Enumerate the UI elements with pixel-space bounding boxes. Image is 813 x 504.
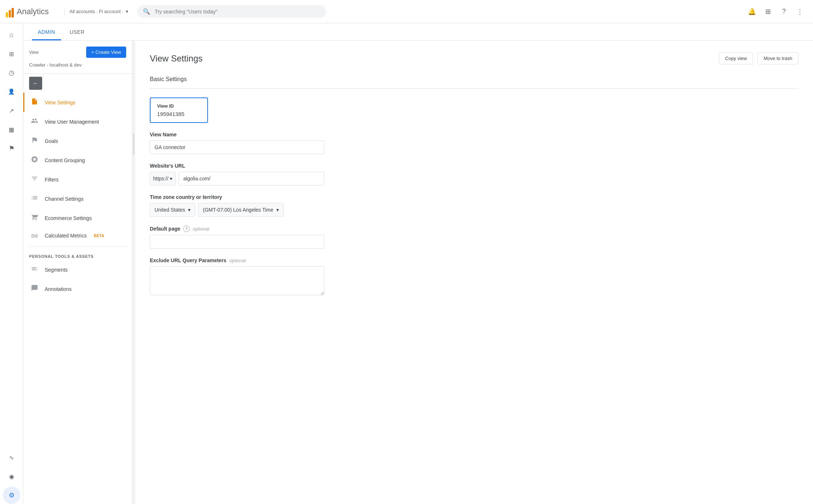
tab-user[interactable]: USER [64,23,91,40]
nav-reports[interactable]: ◷ [3,64,20,81]
personal-tools-title: PERSONAL TOOLS & ASSETS [23,250,132,260]
view-label: View [29,50,39,55]
timezone-selects: United States ▾ (GMT-07:00) Los Angeles … [150,203,798,217]
default-page-help-icon[interactable]: ? [183,225,190,232]
user-icon: 👤 [8,88,15,95]
logo-bar-1 [6,12,8,17]
move-to-trash-button[interactable]: Move to trash [757,52,798,64]
menu-label-channel-settings: Channel Settings [45,196,84,202]
nav-behavior[interactable]: ▦ [3,121,20,138]
channel-settings-icon [30,194,39,203]
current-view-name: Crawler - localhost & dev [23,62,132,73]
search-input[interactable] [155,9,320,15]
menu-label-segments: Segments [45,267,68,273]
left-nav: ⌂ ⊞ ◷ 👤 ↗ ▦ ⚑ ∿ ◉ ⚙ [0,23,23,504]
personal-tools-divider [29,247,126,247]
beta-badge: BETA [94,234,104,238]
search-bar[interactable]: 🔍 [137,5,326,18]
view-header: View + Create View [23,47,132,62]
behavior-icon: ▦ [9,126,14,133]
menu-item-annotations[interactable]: Annotations [23,279,132,299]
annotations-icon [30,284,39,293]
bolt-icon: ↗ [9,107,14,114]
menu-item-view-settings[interactable]: View Settings [23,93,132,112]
default-page-group: Default page ? optional [150,225,798,249]
account-info[interactable]: All accounts · Fl account · ▾ [69,9,128,14]
back-arrow-icon: ← [33,80,39,87]
timezone-label: Time zone country or territory [150,194,798,200]
exclude-params-textarea[interactable] [150,266,324,295]
back-button[interactable]: ← [29,77,42,90]
url-protocol-select[interactable]: https:// ▾ [150,172,176,185]
dashboard-icon: ⊞ [9,51,14,57]
logo-bar-2 [9,10,11,17]
logo-bar-3 [12,8,14,17]
segments-icon [30,265,39,274]
default-page-input[interactable] [150,235,324,249]
menu-item-segments[interactable]: Segments [23,260,132,279]
copy-view-button[interactable]: Copy view [719,52,753,64]
view-name-label: View Name [150,132,798,137]
filters-icon [30,175,39,184]
nav-audience[interactable]: 👤 [3,83,20,100]
view-divider [23,73,132,74]
notification-button[interactable]: 🔔 [745,4,759,19]
country-dropdown-icon: ▾ [188,207,191,213]
nav-custom[interactable]: ∿ [3,449,20,466]
column-divider [132,41,135,504]
view-settings-icon [30,98,39,107]
search-icon: 🔍 [143,8,150,15]
search-container: 🔍 [137,5,326,18]
bulb-icon: ◉ [9,473,14,480]
menu-item-goals[interactable]: Goals [23,131,132,151]
nav-acquisition[interactable]: ↗ [3,102,20,119]
header-divider [65,7,65,16]
view-id-card: View ID 195941385 [150,97,208,123]
more-button[interactable]: ⋮ [793,4,807,19]
menu-label-user-mgmt: View User Management [45,119,99,125]
home-icon: ⌂ [9,31,13,39]
nav-bulb[interactable]: ◉ [3,468,20,485]
timezone-select[interactable]: (GMT-07:00) Los Angeles Time ▾ [198,203,284,217]
admin-tabs: ADMIN USER [23,23,813,41]
help-button[interactable]: ? [777,4,791,19]
protocol-dropdown-icon: ▾ [170,176,172,181]
page-title: View Settings [150,53,203,64]
apps-button[interactable]: ⊞ [761,4,775,19]
menu-label-view-settings: View Settings [45,100,76,105]
view-id-label: View ID [157,103,201,109]
goals-icon [30,136,39,145]
content-header: View Settings Copy view Move to trash [150,52,798,64]
country-select[interactable]: United States ▾ [150,203,195,217]
clock-icon: ◷ [9,69,15,77]
menu-item-ecommerce[interactable]: Ecommerce Settings [23,208,132,228]
gear-icon: ⚙ [9,491,15,499]
exclude-params-optional: optional [229,258,246,263]
url-input-group: https:// ▾ [150,172,324,185]
flag-icon: ⚑ [9,144,15,152]
nav-admin[interactable]: ⚙ [3,487,20,504]
nav-dashboards[interactable]: ⊞ [3,45,20,63]
menu-label-filters: Filters [45,177,59,183]
app-body: ⌂ ⊞ ◷ 👤 ↗ ▦ ⚑ ∿ ◉ ⚙ [0,23,813,504]
ecommerce-icon [30,213,39,223]
create-view-button[interactable]: + Create View [86,47,126,58]
app-title: Analytics [17,7,49,16]
menu-label-calculated-metrics: Calculated Metrics [45,233,87,239]
menu-item-user-management[interactable]: View User Management [23,112,132,131]
menu-item-filters[interactable]: Filters [23,170,132,189]
view-name-input[interactable] [150,140,324,154]
tab-admin[interactable]: ADMIN [32,23,61,40]
nav-home[interactable]: ⌂ [3,26,20,44]
menu-label-ecommerce: Ecommerce Settings [45,215,92,221]
default-page-label: Default page ? optional [150,225,798,232]
menu-item-channel-settings[interactable]: Channel Settings [23,189,132,208]
url-input[interactable] [179,172,324,185]
view-id-value: 195941385 [157,111,201,117]
nav-conversions[interactable]: ⚑ [3,140,20,157]
exclude-params-label: Exclude URL Query Parameters optional [150,257,798,263]
timezone-group: Time zone country or territory United St… [150,194,798,217]
menu-item-calculated-metrics[interactable]: Dd Calculated Metrics BETA [23,228,132,244]
menu-item-content-grouping[interactable]: Content Grouping [23,151,132,170]
header-action-buttons: Copy view Move to trash [719,52,798,64]
